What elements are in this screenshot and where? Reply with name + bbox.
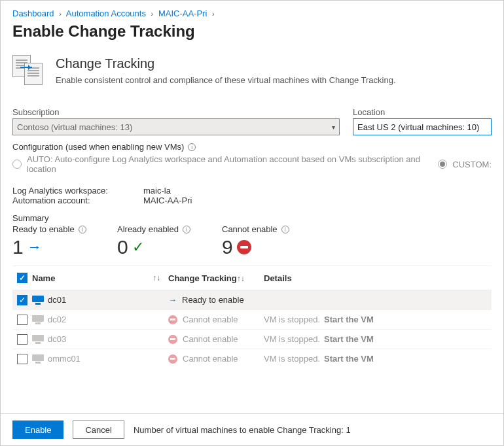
vm-name: dc01: [48, 295, 66, 305]
breadcrumb: Dashboard › Automation Accounts › MAIC-A…: [12, 7, 492, 18]
column-details[interactable]: Details: [264, 273, 292, 283]
radio-auto[interactable]: [12, 160, 22, 169]
breadcrumb-link[interactable]: Automation Accounts: [66, 9, 146, 18]
location-select[interactable]: East US 2 (virtual machines: 10): [353, 118, 492, 135]
sort-icon[interactable]: ↑↓: [153, 273, 160, 283]
vm-table: ✓ Name↑↓ Change Tracking↑↓ Details ✓dc01…: [12, 266, 492, 368]
row-checkbox: [17, 334, 27, 345]
table-row[interactable]: dc02Cannot enableVM is stopped.Start the…: [12, 309, 492, 329]
vm-icon: [32, 354, 44, 364]
automation-account-label: Automation account:: [12, 196, 143, 205]
block-icon: [168, 335, 177, 344]
la-workspace-label: Log Analytics workspace:: [12, 186, 143, 196]
vm-name: dc03: [48, 334, 66, 344]
vm-icon: [32, 335, 44, 344]
vm-icon: [32, 296, 44, 305]
status-text: Cannot enable: [183, 354, 238, 364]
status-text: Cannot enable: [183, 315, 238, 324]
la-workspace-value: maic-la: [143, 186, 171, 196]
select-all-checkbox[interactable]: ✓: [17, 273, 27, 283]
radio-auto-label: AUTO: Auto-configure Log Analytics works…: [27, 154, 427, 174]
already-enabled-label: Already enabled: [117, 224, 179, 234]
start-vm-link[interactable]: Start the VM: [324, 315, 374, 324]
info-icon[interactable]: i: [183, 226, 190, 233]
page-title: Enable Change Tracking: [12, 22, 492, 41]
change-tracking-icon: [12, 55, 44, 86]
radio-custom[interactable]: [438, 160, 447, 169]
row-checkbox[interactable]: ✓: [17, 295, 27, 305]
footer-message: Number of virtual machines to enable Cha…: [134, 425, 351, 435]
configuration-label: Configuration (used when enabling new VM…: [12, 142, 492, 152]
row-checkbox: [17, 315, 27, 325]
chevron-right-icon: ›: [59, 10, 62, 18]
cannot-enable-label: Cannot enable: [222, 224, 278, 234]
column-name[interactable]: Name: [32, 273, 55, 283]
automation-account-value: MAIC-AA-Pri: [143, 196, 192, 205]
summary-row: Ready to enablei 1→ Already enabledi 0✓ …: [12, 224, 492, 260]
details-text: VM is stopped.: [264, 334, 320, 344]
ready-to-enable-value: 1: [12, 236, 24, 258]
already-enabled-value: 0: [117, 236, 128, 258]
info-icon[interactable]: i: [79, 226, 86, 233]
status-text: Cannot enable: [183, 334, 238, 344]
sort-icon[interactable]: ↑↓: [237, 274, 245, 283]
hero: Change Tracking Enable consistent contro…: [12, 55, 492, 86]
chevron-right-icon: ›: [212, 10, 215, 18]
info-icon[interactable]: i: [188, 143, 196, 151]
cancel-button[interactable]: Cancel: [73, 420, 124, 439]
vm-name: ommc01: [48, 354, 81, 364]
ready-to-enable-label: Ready to enable: [12, 224, 75, 234]
status-text: Ready to enable: [182, 295, 244, 305]
location-value: East US 2 (virtual machines: 10): [357, 122, 479, 132]
vm-icon: [32, 315, 44, 324]
start-vm-link[interactable]: Start the VM: [324, 354, 374, 364]
row-checkbox: [17, 354, 27, 364]
start-vm-link[interactable]: Start the VM: [324, 334, 374, 344]
breadcrumb-link[interactable]: MAIC-AA-Pri: [158, 9, 207, 18]
cannot-enable-value: 9: [222, 236, 233, 258]
breadcrumb-link[interactable]: Dashboard: [12, 9, 54, 18]
info-icon[interactable]: i: [281, 226, 289, 233]
block-icon: [168, 354, 177, 364]
chevron-right-icon: ›: [151, 10, 154, 18]
hero-title: Change Tracking: [56, 56, 396, 71]
vm-name: dc02: [48, 315, 66, 324]
check-icon: ✓: [132, 239, 144, 256]
subscription-label: Subscription: [12, 107, 340, 117]
location-label: Location: [353, 107, 492, 117]
hero-subtitle: Enable consistent control and compliance…: [56, 75, 396, 85]
table-header: ✓ Name↑↓ Change Tracking↑↓ Details: [12, 266, 492, 290]
details-text: VM is stopped.: [264, 315, 320, 324]
column-change-tracking[interactable]: Change Tracking: [168, 273, 237, 283]
details-text: VM is stopped.: [264, 354, 320, 364]
chevron-down-icon: ▾: [332, 124, 335, 131]
block-icon: [168, 315, 177, 324]
arrow-right-icon: →: [27, 239, 42, 256]
subscription-select[interactable]: Contoso (virtual machines: 13) ▾: [12, 118, 340, 135]
subscription-value: Contoso (virtual machines: 13): [17, 122, 132, 132]
footer: Enable Cancel Number of virtual machines…: [1, 413, 503, 445]
summary-title: Summary: [12, 213, 492, 223]
enable-button[interactable]: Enable: [12, 420, 63, 439]
block-icon: [237, 240, 251, 254]
table-row[interactable]: ✓dc01→Ready to enable: [12, 290, 492, 309]
arrow-right-icon: →: [168, 295, 177, 305]
table-row[interactable]: ommc01Cannot enableVM is stopped.Start t…: [12, 349, 492, 368]
radio-custom-label: CUSTOM:: [452, 160, 492, 169]
table-row[interactable]: dc03Cannot enableVM is stopped.Start the…: [12, 329, 492, 349]
